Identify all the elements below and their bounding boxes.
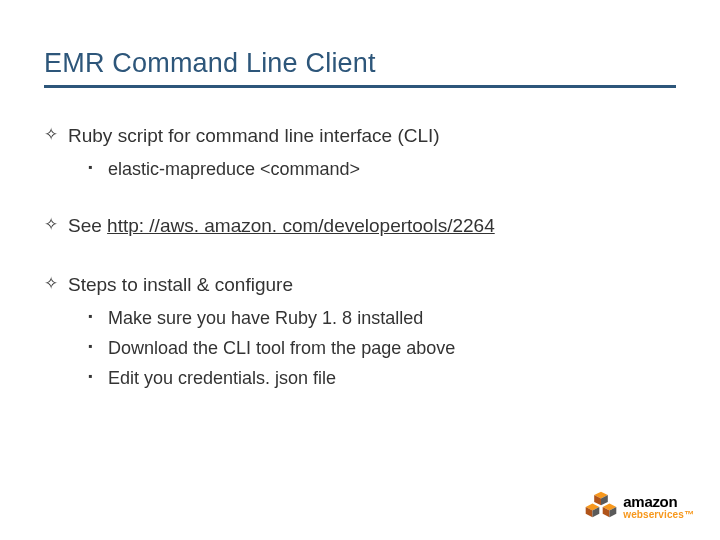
square-icon: ▪: [88, 305, 108, 328]
aws-brand: amazon: [623, 494, 694, 509]
sub-bullet-ruby: ▪ Make sure you have Ruby 1. 8 installed: [88, 305, 676, 331]
diamond-icon: ✧: [44, 212, 68, 238]
diamond-icon: ✧: [44, 122, 68, 148]
bullet-ruby-script: ✧ Ruby script for command line interface…: [44, 122, 676, 150]
slide-title: EMR Command Line Client: [44, 48, 676, 79]
aws-logo-text: amazon webservices™: [623, 494, 694, 520]
sub-bullet-download: ▪ Download the CLI tool from the page ab…: [88, 335, 676, 361]
sub-bullet-command: ▪ elastic-mapreduce <command>: [88, 156, 676, 182]
aws-logo: amazon webservices™: [584, 490, 694, 524]
see-prefix: See: [68, 215, 107, 236]
diamond-icon: ✧: [44, 271, 68, 297]
bullet-see-link: ✧ See http: //aws. amazon. com/developer…: [44, 212, 676, 240]
sub-bullet-credentials: ▪ Edit you credentials. json file: [88, 365, 676, 391]
square-icon: ▪: [88, 156, 108, 179]
developertools-link[interactable]: http: //aws. amazon. com/developertools/…: [107, 215, 495, 236]
square-icon: ▪: [88, 365, 108, 388]
slide-content: ✧ Ruby script for command line interface…: [44, 122, 676, 391]
aws-subbrand: webservices™: [623, 510, 694, 520]
aws-cubes-icon: [584, 490, 618, 524]
bullet-steps: ✧ Steps to install & configure: [44, 271, 676, 299]
square-icon: ▪: [88, 335, 108, 358]
slide: EMR Command Line Client ✧ Ruby script fo…: [0, 0, 720, 540]
title-rule: [44, 85, 676, 88]
